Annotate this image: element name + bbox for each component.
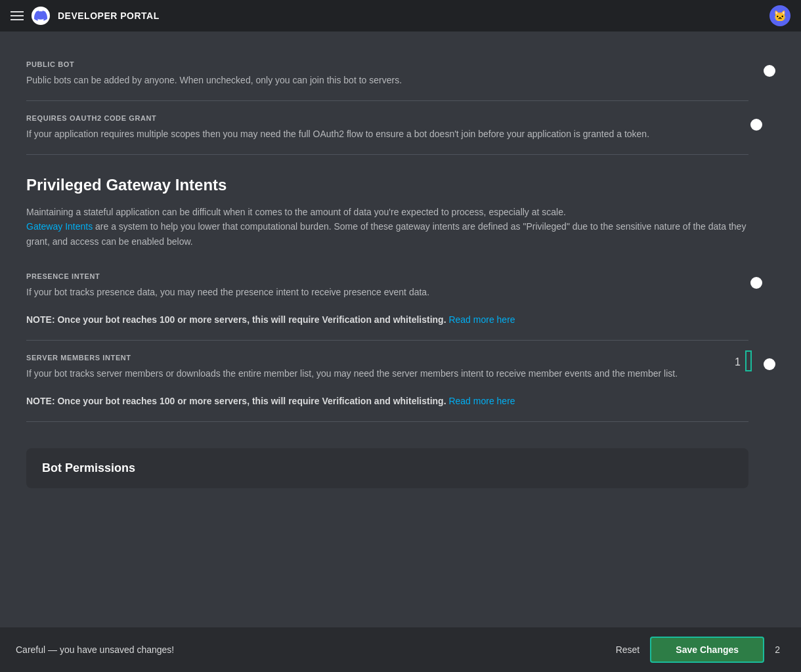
bottom-bar-actions: Reset Save Changes 2 bbox=[616, 637, 785, 663]
presence-intent-info: PRESENCE INTENT If your bot tracks prese… bbox=[26, 272, 733, 327]
presence-intent-read-more[interactable]: Read more here bbox=[448, 314, 515, 325]
privileged-gateway-description: Maintaining a stateful application can b… bbox=[26, 205, 748, 249]
hamburger-menu-icon[interactable] bbox=[11, 11, 24, 20]
presence-intent-note: NOTE: Once your bot reaches 100 or more … bbox=[26, 314, 446, 325]
server-members-toggle-with-badge: 1 bbox=[735, 354, 748, 368]
oauth2-info: REQUIRES OAUTH2 CODE GRANT If your appli… bbox=[26, 114, 733, 141]
unsaved-warning: Careful — you have unsaved changes! bbox=[16, 644, 174, 655]
presence-intent-description: If your bot tracks presence data, you ma… bbox=[26, 285, 733, 327]
discord-logo bbox=[32, 7, 50, 25]
server-members-toggle-thumb bbox=[764, 358, 775, 370]
bot-permissions-heading: Bot Permissions bbox=[42, 461, 733, 475]
privileged-gateway-title: Privileged Gateway Intents bbox=[26, 176, 748, 194]
oauth2-label: REQUIRES OAUTH2 CODE GRANT bbox=[26, 114, 733, 122]
gateway-intents-link[interactable]: Gateway Intents bbox=[26, 221, 93, 232]
public-bot-label: PUBLIC BOT bbox=[26, 60, 733, 68]
public-bot-description: Public bots can be added by anyone. When… bbox=[26, 74, 733, 87]
server-members-intent-label: SERVER MEMBERS INTENT bbox=[26, 354, 719, 362]
reset-button[interactable]: Reset bbox=[616, 644, 640, 655]
save-changes-label: Save Changes bbox=[676, 644, 739, 655]
top-nav: DEVELOPER PORTAL 🐱 bbox=[0, 0, 801, 32]
nav-left: DEVELOPER PORTAL bbox=[11, 7, 160, 25]
user-avatar[interactable]: 🐱 bbox=[769, 5, 790, 26]
gateway-description-part1: Maintaining a stateful application can b… bbox=[26, 207, 566, 217]
server-members-intent-section: SERVER MEMBERS INTENT If your bot tracks… bbox=[26, 341, 748, 422]
oauth2-toggle-thumb bbox=[750, 119, 762, 131]
oauth2-row: REQUIRES OAUTH2 CODE GRANT If your appli… bbox=[26, 114, 748, 141]
presence-intent-section: PRESENCE INTENT If your bot tracks prese… bbox=[26, 259, 748, 341]
presence-intent-row: PRESENCE INTENT If your bot tracks prese… bbox=[26, 272, 748, 327]
server-members-desc-text: If your bot tracks server members or dow… bbox=[26, 368, 678, 379]
bot-permissions-section: Bot Permissions bbox=[26, 448, 748, 488]
privileged-gateway-heading: Privileged Gateway Intents Maintaining a… bbox=[26, 176, 748, 249]
oauth2-section: REQUIRES OAUTH2 CODE GRANT If your appli… bbox=[26, 101, 748, 155]
presence-intent-toggle-thumb bbox=[750, 277, 762, 289]
server-members-intent-description: If your bot tracks server members or dow… bbox=[26, 367, 719, 408]
presence-intent-label: PRESENCE INTENT bbox=[26, 272, 733, 280]
server-members-intent-row: SERVER MEMBERS INTENT If your bot tracks… bbox=[26, 354, 748, 408]
server-members-note: NOTE: Once your bot reaches 100 or more … bbox=[26, 396, 446, 406]
server-members-badge: 1 bbox=[735, 354, 741, 368]
oauth2-description: If your application requires multiple sc… bbox=[26, 127, 733, 141]
public-bot-info: PUBLIC BOT Public bots can be added by a… bbox=[26, 60, 733, 87]
public-bot-row: PUBLIC BOT Public bots can be added by a… bbox=[26, 60, 748, 87]
server-members-intent-info: SERVER MEMBERS INTENT If your bot tracks… bbox=[26, 354, 719, 408]
public-bot-section: PUBLIC BOT Public bots can be added by a… bbox=[26, 47, 748, 101]
portal-title: DEVELOPER PORTAL bbox=[58, 10, 160, 21]
presence-intent-desc-text: If your bot tracks presence data, you ma… bbox=[26, 287, 429, 297]
gateway-description-part2: are a system to help you lower that comp… bbox=[26, 221, 746, 246]
save-changes-button[interactable]: Save Changes bbox=[650, 637, 764, 663]
main-content: PUBLIC BOT Public bots can be added by a… bbox=[0, 32, 775, 504]
server-members-read-more[interactable]: Read more here bbox=[448, 396, 515, 406]
public-bot-toggle-thumb bbox=[764, 65, 775, 77]
bottom-badge: 2 bbox=[775, 644, 780, 655]
bottom-bar: Careful — you have unsaved changes! Rese… bbox=[0, 627, 801, 672]
